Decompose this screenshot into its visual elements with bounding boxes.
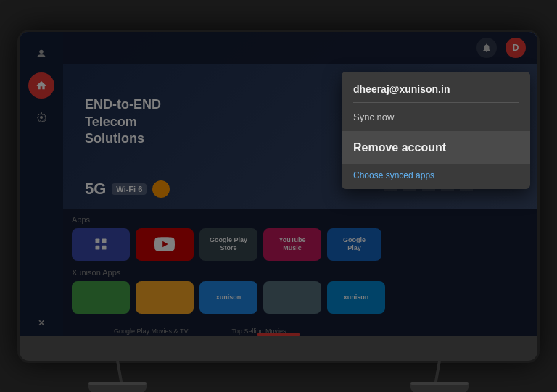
tv-content: ✕ D END-to-END Telecom Solutions [20, 32, 537, 336]
stand-leg-left-top [116, 360, 123, 382]
stand-leg-right-top [434, 360, 441, 382]
stand-leg-left-base [88, 384, 147, 393]
sync-now-item[interactable]: Sync now [342, 103, 530, 131]
stand-leg-left [92, 361, 143, 393]
remove-account-item[interactable]: Remove account [342, 131, 530, 164]
tv-body: ✕ D END-to-END Telecom Solutions [17, 30, 540, 363]
stand-leg-right-base [410, 384, 469, 393]
tv-stand [20, 361, 537, 393]
choose-synced-apps-link[interactable]: Choose synced apps [342, 164, 530, 189]
stand-leg-right [414, 361, 465, 393]
tv-screen: ✕ D END-to-END Telecom Solutions [20, 32, 537, 336]
account-dropdown: dheeraj@xunison.in Sync now Remove accou… [342, 72, 530, 189]
dropdown-email: dheeraj@xunison.in [353, 83, 519, 95]
dropdown-header: dheeraj@xunison.in [342, 72, 530, 102]
